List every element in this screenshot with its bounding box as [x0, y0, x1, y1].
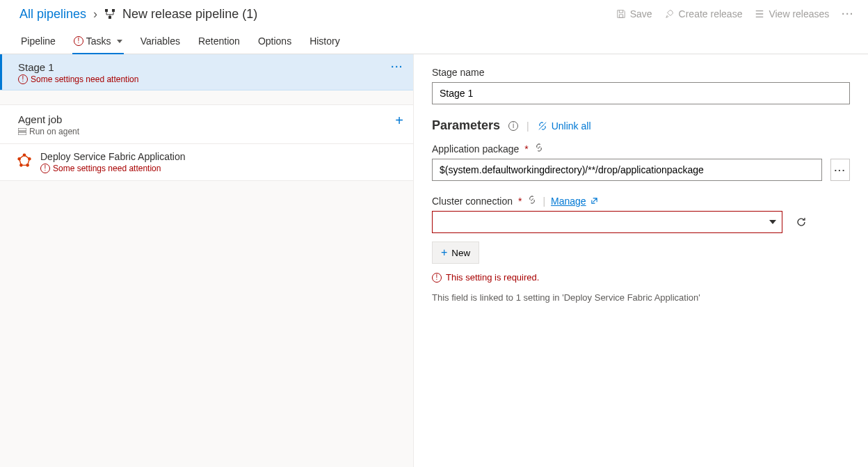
app-package-label: Application package * — [432, 143, 850, 155]
view-releases-button[interactable]: View releases — [755, 8, 829, 19]
error-text: This setting is required. — [446, 272, 539, 283]
error-message: ! This setting is required. — [432, 272, 850, 283]
warning-icon: ! — [18, 74, 28, 84]
stage-warning-text: Some settings need attention — [31, 74, 138, 84]
help-text: This field is linked to 1 setting in 'De… — [432, 292, 850, 303]
required-indicator: * — [518, 196, 522, 207]
new-label: New — [451, 248, 470, 258]
chevron-down-icon — [769, 220, 776, 224]
tab-pipeline-label: Pipeline — [21, 35, 56, 47]
app-package-input[interactable] — [432, 159, 822, 181]
list-icon — [755, 9, 764, 19]
unlink-all-link[interactable]: Unlink all — [538, 120, 591, 132]
main: Stage 1 ! Some settings need attention ·… — [0, 54, 868, 467]
stage-name-field: Stage name — [432, 67, 850, 104]
save-label: Save — [630, 8, 652, 19]
right-panel: Stage name Parameters i | Unlink all App… — [414, 54, 868, 467]
tabs: Pipeline ! Tasks Variables Retention Opt… — [0, 28, 868, 54]
stage-name-label: Stage name — [432, 67, 850, 78]
stage-row[interactable]: Stage 1 ! Some settings need attention ·… — [0, 54, 413, 90]
svg-rect-1 — [112, 9, 115, 12]
tab-tasks[interactable]: ! Tasks — [72, 35, 124, 54]
breadcrumb: All pipelines › New release pipeline (1) — [19, 7, 257, 22]
cluster-connection-field: Cluster connection * | Manage — [432, 195, 850, 303]
breadcrumb-root[interactable]: All pipelines — [19, 7, 86, 22]
svg-rect-3 — [18, 128, 26, 131]
create-release-label: Create release — [679, 8, 743, 19]
tab-variables-label: Variables — [140, 35, 180, 47]
new-button[interactable]: + New — [432, 242, 479, 264]
agent-job-sub-text: Run on agent — [29, 127, 79, 136]
manage-label: Manage — [551, 196, 586, 207]
unlink-all-label: Unlink all — [552, 120, 591, 132]
rocket-icon — [665, 9, 675, 19]
tab-tasks-label: Tasks — [86, 35, 111, 47]
header-actions: Save Create release View releases ··· — [616, 8, 854, 19]
unlink-icon — [538, 121, 547, 131]
header: All pipelines › New release pipeline (1)… — [0, 0, 868, 28]
svg-rect-4 — [18, 132, 26, 135]
tab-history-label: History — [310, 35, 340, 47]
link-icon[interactable] — [534, 143, 544, 155]
chevron-right-icon: › — [93, 7, 97, 22]
tab-retention-label: Retention — [198, 35, 240, 47]
warning-icon: ! — [74, 36, 83, 46]
external-link-icon — [590, 197, 598, 205]
manage-link[interactable]: Manage — [551, 196, 598, 207]
link-icon[interactable] — [527, 195, 537, 207]
parameters-header: Parameters i | Unlink all — [432, 118, 850, 133]
task-warning: ! Some settings need attention — [40, 164, 186, 173]
chevron-down-icon — [117, 40, 122, 43]
plus-icon: + — [441, 246, 447, 259]
refresh-icon — [796, 216, 807, 228]
tab-pipeline[interactable]: Pipeline — [19, 35, 57, 54]
tab-variables[interactable]: Variables — [139, 35, 182, 54]
separator: | — [542, 196, 545, 207]
save-icon — [616, 9, 626, 19]
stage-name: Stage 1 — [18, 61, 138, 73]
cluster-connection-label: Cluster connection * | Manage — [432, 195, 850, 207]
agent-job-row[interactable]: Agent job Run on agent + — [0, 104, 413, 144]
view-releases-label: View releases — [769, 8, 829, 19]
app-package-label-text: Application package — [432, 143, 519, 155]
more-menu-icon[interactable]: ··· — [842, 8, 854, 19]
warning-icon: ! — [432, 273, 442, 283]
pipeline-icon — [104, 8, 115, 19]
stage-name-input[interactable] — [432, 82, 850, 104]
tab-options-label: Options — [258, 35, 291, 47]
stage-more-icon[interactable]: ··· — [391, 61, 403, 72]
server-icon — [18, 128, 26, 135]
task-name: Deploy Service Fabric Application — [40, 151, 186, 162]
parameters-heading: Parameters — [432, 118, 500, 133]
tab-options[interactable]: Options — [257, 35, 293, 54]
separator: | — [527, 120, 529, 132]
svg-rect-2 — [108, 16, 111, 19]
refresh-button[interactable] — [791, 211, 812, 233]
info-icon[interactable]: i — [508, 121, 518, 131]
agent-job-sub: Run on agent — [18, 127, 79, 136]
agent-job-name: Agent job — [18, 113, 79, 125]
app-package-field: Application package * ··· — [432, 143, 850, 181]
save-button[interactable]: Save — [616, 8, 652, 19]
tab-history[interactable]: History — [308, 35, 341, 54]
tab-retention[interactable]: Retention — [197, 35, 241, 54]
cluster-connection-select[interactable] — [432, 211, 782, 233]
svg-rect-0 — [105, 9, 108, 12]
add-task-icon[interactable]: + — [395, 113, 403, 127]
create-release-button[interactable]: Create release — [665, 8, 743, 19]
left-panel: Stage 1 ! Some settings need attention ·… — [0, 54, 414, 467]
browse-button[interactable]: ··· — [830, 159, 850, 181]
pipeline-name[interactable]: New release pipeline (1) — [122, 7, 257, 22]
cluster-connection-label-text: Cluster connection — [432, 196, 513, 207]
task-row[interactable]: Deploy Service Fabric Application ! Some… — [0, 144, 413, 181]
required-indicator: * — [524, 143, 528, 155]
warning-icon: ! — [40, 164, 50, 173]
task-warning-text: Some settings need attention — [53, 164, 161, 173]
stage-warning: ! Some settings need attention — [18, 74, 138, 84]
service-fabric-icon — [17, 152, 32, 168]
